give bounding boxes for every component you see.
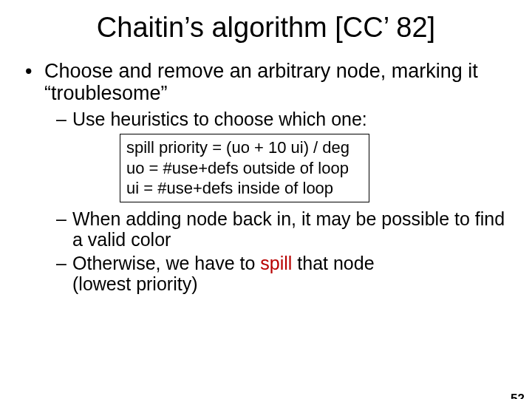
page-number: 52 bbox=[511, 392, 525, 399]
slide-body: • Choose and remove an arbitrary node, m… bbox=[0, 60, 532, 294]
text-fragment: that node bbox=[292, 253, 374, 273]
slide: Chaitin’s algorithm [CC’ 82] • Choose an… bbox=[0, 12, 532, 399]
bullet-text: Choose and remove an arbitrary node, mar… bbox=[44, 60, 507, 104]
formula-line: spill priority = (uo + 10 ui) / deg bbox=[126, 137, 363, 158]
text-fragment: (lowest priority) bbox=[72, 273, 197, 294]
dash-mark: – bbox=[56, 109, 72, 129]
bullet-mark: • bbox=[25, 60, 44, 104]
dash-mark: – bbox=[56, 208, 72, 250]
spill-word: spill bbox=[260, 253, 292, 273]
bullet-text: When adding node back in, it may be poss… bbox=[72, 208, 507, 250]
bullet-level1: • Choose and remove an arbitrary node, m… bbox=[25, 60, 507, 104]
bullet-text: Use heuristics to choose which one: bbox=[72, 109, 507, 129]
bullet-level2: – When adding node back in, it may be po… bbox=[56, 208, 507, 250]
bullet-level2: – Use heuristics to choose which one: bbox=[56, 109, 507, 129]
formula-line: ui = #use+defs inside of loop bbox=[126, 178, 363, 199]
dash-mark: – bbox=[56, 253, 72, 294]
slide-title: Chaitin’s algorithm [CC’ 82] bbox=[0, 12, 532, 44]
bullet-text: Otherwise, we have to spill that node (l… bbox=[72, 253, 507, 294]
text-fragment: Otherwise, we have to bbox=[72, 253, 260, 273]
formula-line: uo = #use+defs outside of loop bbox=[126, 158, 363, 179]
formula-box: spill priority = (uo + 10 ui) / deg uo =… bbox=[120, 134, 369, 202]
bullet-level2: – Otherwise, we have to spill that node … bbox=[56, 253, 507, 294]
